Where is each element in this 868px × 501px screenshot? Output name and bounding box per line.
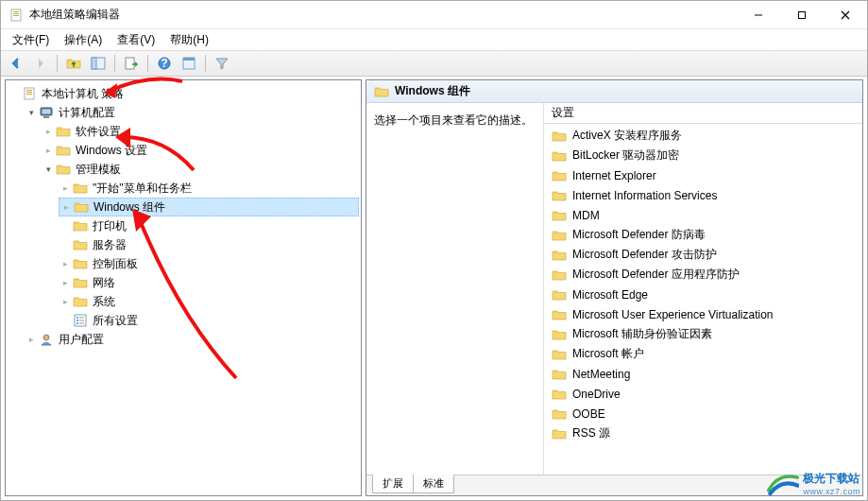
expander-icon[interactable]: ▸ <box>42 125 55 138</box>
back-button[interactable] <box>5 53 27 74</box>
settings-item[interactable]: Microsoft 辅助身份验证因素 <box>544 324 862 344</box>
menubar: 文件(F) 操作(A) 查看(V) 帮助(H) <box>1 29 867 50</box>
toolbar-separator <box>57 55 58 72</box>
expander-icon[interactable]: ▾ <box>25 106 38 119</box>
settings-item-label: Internet Explorer <box>572 169 656 182</box>
tree-label: 系统 <box>91 294 117 310</box>
help-button[interactable]: ? <box>153 53 176 74</box>
tree-system[interactable]: ▸ 系统 <box>59 292 359 311</box>
column-header-settings[interactable]: 设置 <box>544 103 862 124</box>
tree-control-panel[interactable]: ▸ 控制面板 <box>59 254 359 273</box>
settings-item[interactable]: NetMeeting <box>544 364 862 384</box>
folder-icon <box>552 367 567 382</box>
folder-icon <box>552 168 567 183</box>
settings-item-label: Microsoft Defender 防病毒 <box>572 227 706 243</box>
settings-item[interactable]: Internet Explorer <box>544 165 862 185</box>
settings-item[interactable]: Microsoft User Experience Virtualization <box>544 304 862 324</box>
window-controls <box>737 1 867 28</box>
menu-file[interactable]: 文件(F) <box>5 30 57 50</box>
expander-icon[interactable]: ▸ <box>42 144 55 157</box>
tab-extended[interactable]: 扩展 <box>372 475 414 493</box>
folder-icon <box>73 256 88 271</box>
settings-item-label: MDM <box>572 209 600 222</box>
settings-item[interactable]: Microsoft Edge <box>544 285 862 304</box>
settings-item[interactable]: ActiveX 安装程序服务 <box>544 126 862 146</box>
expander-icon[interactable]: ▾ <box>42 163 55 176</box>
menu-action[interactable]: 操作(A) <box>57 30 110 50</box>
tree-printers[interactable]: ▸ 打印机 <box>59 216 359 235</box>
settings-item-label: OOBE <box>572 407 605 421</box>
expander-icon[interactable]: ▸ <box>59 295 72 308</box>
description-text: 选择一个项目来查看它的描述。 <box>374 113 533 127</box>
maximize-button[interactable] <box>780 1 824 28</box>
tree-all-settings[interactable]: ▸ 所有设置 <box>59 311 359 330</box>
expander-icon[interactable]: ▸ <box>60 200 73 214</box>
settings-item[interactable]: RSS 源 <box>544 423 862 443</box>
folder-icon <box>73 294 88 309</box>
tree-windows-components[interactable]: ▸ Windows 组件 <box>59 198 359 216</box>
filter-button[interactable] <box>211 53 233 74</box>
settings-item-label: NetMeeting <box>572 368 630 381</box>
expander-icon[interactable]: ▸ <box>25 333 38 346</box>
settings-item[interactable]: BitLocker 驱动器加密 <box>544 146 862 165</box>
settings-item[interactable]: Internet Information Services <box>544 185 862 205</box>
folder-icon <box>552 268 567 283</box>
settings-item[interactable]: Microsoft Defender 防病毒 <box>544 225 862 245</box>
settings-item[interactable]: Microsoft 帐户 <box>544 344 862 364</box>
folder-icon <box>552 287 567 302</box>
tree-network[interactable]: ▸ 网络 <box>59 273 359 292</box>
forward-button[interactable] <box>29 53 52 74</box>
settings-list-icon <box>73 313 88 328</box>
minimize-button[interactable] <box>737 1 780 28</box>
tree-label: 所有设置 <box>91 313 140 329</box>
menu-view[interactable]: 查看(V) <box>110 30 162 50</box>
folder-icon <box>552 248 567 263</box>
tree-computer-config[interactable]: ▾ 计算机配置 <box>25 103 359 122</box>
folder-icon <box>552 347 567 362</box>
expander-icon[interactable]: ▸ <box>59 276 72 289</box>
tree-pane[interactable]: ▶ 本地计算机 策略 ▾ 计算机配置 <box>5 79 362 496</box>
tree-label: Windows 设置 <box>74 143 149 159</box>
content-area: ▶ 本地计算机 策略 ▾ 计算机配置 <box>1 77 867 500</box>
settings-item[interactable]: Microsoft Defender 攻击防护 <box>544 245 862 265</box>
show-hide-tree-button[interactable] <box>87 53 110 74</box>
tree-label: 本地计算机 策略 <box>40 86 126 102</box>
tree-software-settings[interactable]: ▸ 软件设置 <box>42 122 359 141</box>
toolbar-separator <box>147 55 148 72</box>
properties-button[interactable] <box>178 53 200 74</box>
tree-admin-templates[interactable]: ▾ 管理模板 <box>42 160 359 179</box>
svg-rect-20 <box>126 58 134 69</box>
tree-start-taskbar[interactable]: ▸ "开始"菜单和任务栏 <box>59 179 359 198</box>
folder-icon <box>73 237 88 252</box>
folder-icon <box>552 129 567 144</box>
settings-item-label: OneDrive <box>572 388 621 401</box>
settings-item[interactable]: OneDrive <box>544 384 862 404</box>
menu-help[interactable]: 帮助(H) <box>162 30 216 50</box>
settings-item[interactable]: Microsoft Defender 应用程序防护 <box>544 265 862 285</box>
tree-servers[interactable]: ▸ 服务器 <box>59 235 359 254</box>
svg-text:?: ? <box>161 57 167 70</box>
settings-item[interactable]: OOBE <box>544 404 862 423</box>
tree-root[interactable]: ▶ 本地计算机 策略 <box>8 84 359 103</box>
settings-item-label: BitLocker 驱动器加密 <box>572 147 679 164</box>
expander-icon[interactable]: ▸ <box>59 181 72 195</box>
settings-item[interactable]: MDM <box>544 205 862 225</box>
close-button[interactable] <box>824 1 867 28</box>
folder-icon <box>74 199 89 215</box>
computer-icon <box>39 105 54 120</box>
tree-windows-settings[interactable]: ▸ Windows 设置 <box>42 141 359 160</box>
up-button[interactable] <box>62 53 85 74</box>
settings-item-label: RSS 源 <box>572 425 610 441</box>
expander-icon[interactable]: ▸ <box>59 257 72 270</box>
settings-list: ActiveX 安装程序服务BitLocker 驱动器加密Internet Ex… <box>544 124 862 445</box>
settings-item-label: Microsoft 辅助身份验证因素 <box>572 326 712 342</box>
export-button[interactable] <box>120 53 143 74</box>
tree-label: 用户配置 <box>57 332 106 348</box>
tree-user-config[interactable]: ▸ 用户配置 <box>25 330 359 349</box>
window-title: 本地组策略编辑器 <box>29 7 737 23</box>
settings-item-label: ActiveX 安装程序服务 <box>572 128 682 144</box>
svg-rect-24 <box>183 58 195 60</box>
settings-item-label: Microsoft 帐户 <box>572 346 644 362</box>
settings-list-wrap[interactable]: 设置 ActiveX 安装程序服务BitLocker 驱动器加密Internet… <box>544 103 862 475</box>
tab-standard[interactable]: 标准 <box>413 475 454 493</box>
